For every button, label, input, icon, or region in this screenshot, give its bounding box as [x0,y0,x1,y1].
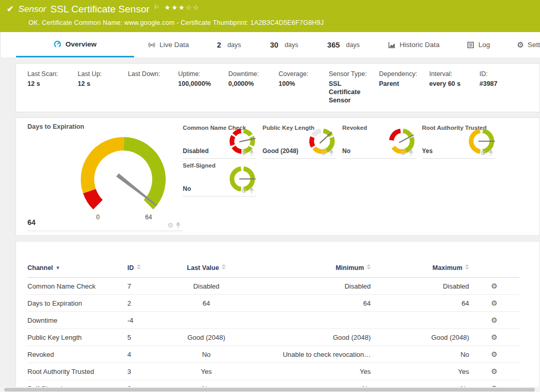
tab-overview-label: Overview [65,40,96,48]
status-ok-check-icon: ✔ [7,3,13,16]
info-value: 12 s [27,80,69,88]
info-interval: Interval: every 60 s [429,70,479,112]
column-header-id[interactable]: ID [127,262,161,278]
channel-settings-icon[interactable]: ⚙ [491,367,498,375]
gauge-title: Self-Signed [183,162,215,169]
info-label: Coverage: [279,70,320,78]
tab-30-days-number: 30 [270,41,279,49]
historic-data-chart-icon [388,41,396,49]
cell-channel: Revoked [27,346,127,363]
info-coverage: Coverage: 100% [279,70,329,112]
info-label: ID: [479,70,521,78]
tab-historic-data[interactable]: Historic Data [374,32,453,57]
days-to-expiration-dial: 064 [64,130,183,222]
cell-id: 5 [127,329,161,346]
channel-settings-icon[interactable]: ⚙ [491,282,498,290]
flag-icon[interactable]: ⚐ [154,1,159,14]
gauge-pin-icon[interactable] [488,150,493,156]
gauge-current-value: 64 [27,218,36,227]
tab-30-days-unit: days [285,41,298,49]
tab-2-days-unit: days [227,41,241,49]
channel-settings-icon[interactable]: ⚙ [491,316,498,324]
column-header-last-value[interactable]: Last Value [161,262,252,278]
cell-last-value: No [161,346,252,363]
gauge-pin-icon[interactable] [408,150,414,156]
gauge-public-key-length: Public Key Length Good (2048) ⚙ [262,124,336,159]
sensor-status-header: ✔ Sensor SSL Certificate Sensor ⚐ ★★★☆☆ … [0,0,540,32]
sensor-info-strip: Last Scan: 12 s Last Up: 12 s Last Down:… [16,63,540,112]
gauge-value: Yes [422,147,433,155]
gauge-pin-icon[interactable] [176,222,181,229]
info-value: 100,0000% [178,80,220,88]
table-row: Root Authority Trusted 3 Yes Yes Yes ⚙ [27,363,519,380]
gauge-title: Public Key Length [262,125,314,131]
info-label: Interval: [429,70,471,78]
gauge-root-authority-trusted: Root Authority Trusted Yes ⚙ [422,124,495,159]
column-header-edit [469,262,519,278]
info-value: 0,0000% [228,80,270,88]
tab-365-days-unit: days [346,41,359,49]
tab-2-days[interactable]: 2 days [202,32,255,57]
gauge-gear-icon[interactable]: ⚙ [241,149,247,157]
info-value: every 60 s [429,80,471,88]
cell-last-value: Disabled [161,278,252,295]
cell-last-value [161,312,252,329]
gauges-panel: Days to Expiration 064 64 ⚙ Common Name … [16,117,540,236]
tab-365-days-number: 365 [327,41,340,49]
days-to-expiration-gauge: Days to Expiration 064 64 ⚙ [27,123,183,231]
tab-historic-data-label: Historic Data [400,41,440,49]
gauge-common-name-check: Common Name Check Disabled ⚙ [183,124,256,159]
gauge-gear-icon[interactable]: ⚙ [480,149,486,157]
gauge-gear-icon[interactable]: ⚙ [167,221,173,229]
cell-id: -4 [127,312,161,329]
channel-settings-icon[interactable]: ⚙ [491,333,498,341]
gauge-title: Days to Expiration [27,123,183,130]
gauge-gear-icon[interactable]: ⚙ [241,187,247,194]
table-row: Revoked 4 No Unable to check revocation…… [27,346,519,363]
gauge-value: Disabled [183,147,209,155]
tab-live-data-label: Live Data [159,41,189,49]
gauge-gear-icon[interactable]: ⚙ [400,149,406,157]
cell-id: 4 [127,346,161,363]
cell-maximum [371,312,469,329]
cell-last-value: Yes [161,363,252,380]
gauge-pin-icon[interactable] [249,150,254,156]
cell-last-value: Good (2048) [161,329,252,346]
tab-30-days[interactable]: 30 days [256,32,313,57]
gauge-gear-icon[interactable]: ⚙ [320,149,327,157]
cell-minimum: Yes [252,363,371,380]
cell-minimum: Unable to check revocation… [252,346,371,363]
tab-365-days[interactable]: 365 days [313,32,374,57]
info-value: #3987 [479,80,521,88]
cell-maximum: Disabled [371,278,469,295]
sensor-status-message: OK. Certificate Common Name: www.google.… [28,19,540,26]
tab-2-days-number: 2 [217,41,221,49]
priority-star-rating[interactable]: ★★★☆☆ [165,1,200,14]
channel-table: Channel▼ ID Last Value Minimum Maximum C… [27,262,519,392]
tab-overview[interactable]: Overview [16,32,134,57]
table-row: Common Name Check 7 Disabled Disabled Di… [27,278,519,295]
cell-id: 7 [127,278,161,295]
horizontal-scrollbar-thumb[interactable] [4,388,535,391]
info-downtime: Downtime: 0,0000% [228,70,279,112]
sort-desc-icon: ▼ [55,265,60,270]
gauge-pin-icon[interactable] [329,150,334,156]
tab-settings[interactable]: ⚙ Settings [504,32,540,57]
channel-settings-icon[interactable]: ⚙ [491,350,498,358]
gauge-self-signed: Self-Signed No ⚙ [183,162,256,197]
info-sensor-type: Sensor Type: SSL Certificate Sensor [329,70,379,112]
column-header-minimum[interactable]: Minimum [252,262,371,278]
svg-text:0: 0 [96,214,100,221]
settings-gear-icon: ⚙ [517,40,524,50]
channel-settings-icon[interactable]: ⚙ [491,299,498,307]
gauge-value: No [183,185,191,192]
column-header-channel[interactable]: Channel▼ [27,262,127,278]
tab-live-data[interactable]: Live Data [134,32,202,57]
gauge-pin-icon[interactable] [249,188,254,194]
cell-id: 2 [127,295,161,312]
tab-log[interactable]: Log [453,32,504,57]
info-label: Dependency: [379,70,421,78]
live-data-icon [148,41,156,49]
object-kind-label: Sensor [18,3,46,16]
column-header-maximum[interactable]: Maximum [371,262,469,278]
